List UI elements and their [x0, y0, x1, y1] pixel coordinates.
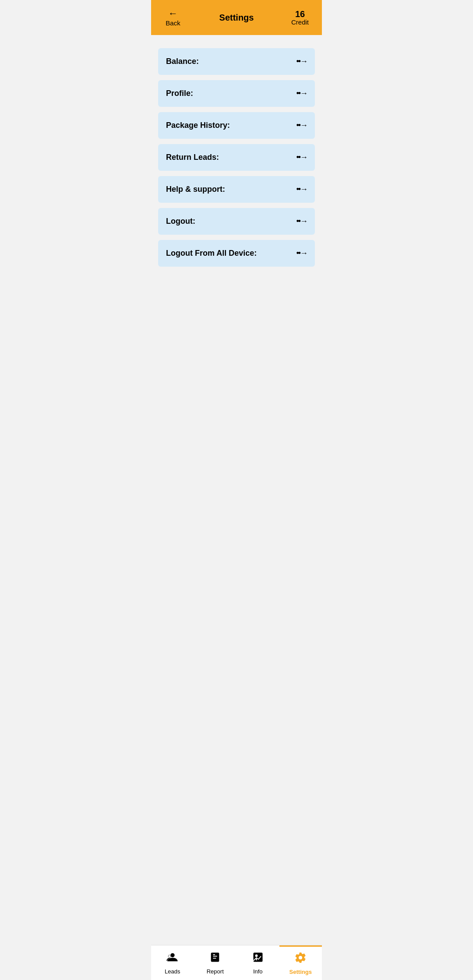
menu-item-return-leads-label: Return Leads: [166, 153, 219, 162]
menu-item-logout-arrow: ••→ [296, 217, 307, 226]
menu-item-profile-arrow: ••→ [296, 89, 307, 98]
page-title: Settings [219, 13, 254, 23]
menu-item-profile-label: Profile: [166, 89, 193, 98]
menu-item-logout-all[interactable]: Logout From All Device:••→ [158, 240, 315, 267]
credit-label: Credit [291, 18, 309, 26]
settings-menu: Balance:••→Profile:••→Package History:••… [151, 35, 322, 274]
menu-item-logout[interactable]: Logout:••→ [158, 208, 315, 235]
menu-item-help-support-label: Help & support: [166, 185, 225, 194]
menu-item-balance-arrow: ••→ [296, 57, 307, 66]
menu-item-logout-label: Logout: [166, 217, 195, 226]
menu-item-package-history-label: Package History: [166, 121, 230, 130]
menu-item-return-leads-arrow: ••→ [296, 153, 307, 162]
back-arrow-icon: ← [168, 9, 178, 18]
credit-number: 16 [295, 10, 305, 18]
menu-item-package-history[interactable]: Package History:••→ [158, 112, 315, 139]
back-label: Back [166, 19, 180, 27]
menu-item-help-support-arrow: ••→ [296, 185, 307, 194]
menu-item-return-leads[interactable]: Return Leads:••→ [158, 144, 315, 171]
menu-item-logout-all-label: Logout From All Device: [166, 249, 257, 258]
menu-item-balance-label: Balance: [166, 57, 199, 66]
back-button[interactable]: ← Back [160, 9, 186, 27]
menu-item-logout-all-arrow: ••→ [296, 249, 307, 258]
menu-item-balance[interactable]: Balance:••→ [158, 48, 315, 75]
header: ← Back Settings 16 Credit [151, 0, 322, 35]
menu-item-help-support[interactable]: Help & support:••→ [158, 176, 315, 203]
credit-display: 16 Credit [287, 10, 313, 26]
menu-item-profile[interactable]: Profile:••→ [158, 80, 315, 107]
menu-item-package-history-arrow: ••→ [296, 121, 307, 130]
